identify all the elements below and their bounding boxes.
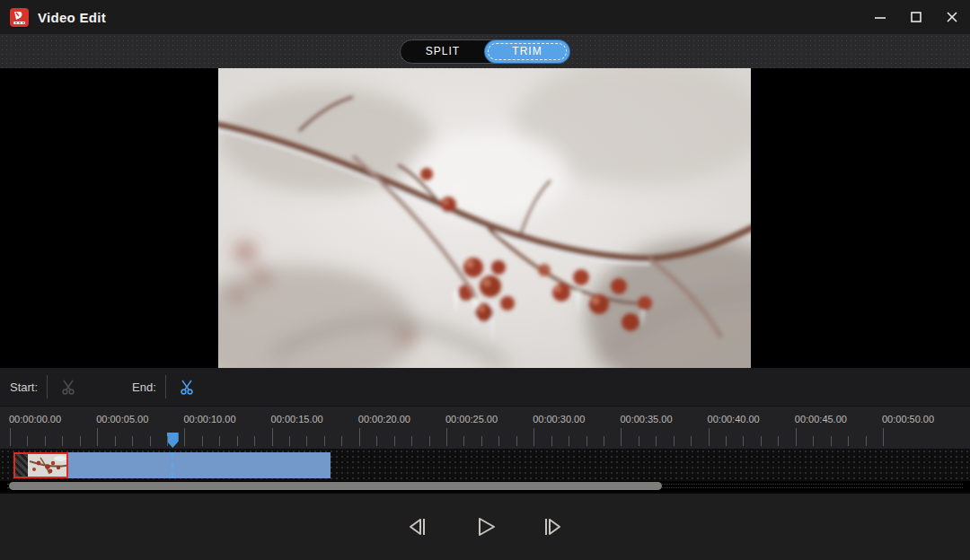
transport-controls	[0, 494, 970, 560]
ruler-tick	[534, 428, 534, 446]
trim-selection-region[interactable]	[68, 452, 331, 478]
maximize-icon	[910, 11, 922, 23]
next-frame-icon	[540, 513, 567, 540]
previous-frame-icon	[403, 513, 430, 540]
ruler-tick	[639, 436, 639, 446]
ruler-timestamp: 00:00:10.00	[183, 414, 235, 424]
ruler-tick	[115, 436, 116, 446]
ruler-tick	[219, 436, 220, 446]
titlebar: Video Edit	[0, 0, 970, 34]
ruler-tick	[726, 436, 727, 446]
play-button[interactable]	[471, 512, 499, 541]
end-label: End:	[132, 381, 156, 394]
ruler-tick	[62, 436, 63, 446]
clip-thumbnail-image	[28, 454, 66, 477]
split-trim-toggle: SPLIT TRIM	[400, 39, 570, 64]
ruler-tick	[498, 436, 499, 446]
ruler-tick	[97, 428, 98, 446]
ruler-tick	[866, 436, 867, 446]
next-frame-button[interactable]	[539, 512, 568, 541]
close-button[interactable]	[934, 0, 970, 34]
scissors-icon-active	[178, 378, 196, 396]
ruler-tick	[604, 436, 604, 446]
ruler-timestamp: 00:00:35.00	[620, 414, 672, 424]
ruler-tick	[674, 436, 675, 446]
ruler-tick	[883, 428, 884, 446]
ruler-tick	[446, 428, 447, 446]
ruler-timestamp: 00:00:00.00	[9, 414, 61, 424]
playhead-line	[172, 452, 173, 478]
scissors-icon	[59, 378, 77, 396]
ruler-tick	[831, 436, 832, 446]
trimmed-out-hatch	[15, 454, 28, 477]
ruler-tick	[341, 436, 342, 446]
ruler-tick	[551, 436, 552, 446]
ruler-tick	[656, 436, 657, 446]
ruler-tick	[743, 436, 744, 446]
tab-trim[interactable]: TRIM	[485, 40, 569, 63]
set-end-cut-button[interactable]	[175, 375, 198, 398]
mode-tab-band: SPLIT TRIM	[0, 34, 970, 68]
ruler-timestamp: 00:00:50.00	[882, 414, 934, 424]
ruler-tick	[237, 436, 238, 446]
maximize-button[interactable]	[898, 0, 934, 34]
close-icon	[946, 11, 958, 23]
footer-bar: OK	[0, 492, 970, 560]
ruler-tick	[184, 428, 185, 446]
minimize-icon	[874, 11, 886, 23]
divider	[165, 375, 166, 398]
ruler-tick	[621, 428, 622, 446]
ruler-tick	[150, 436, 151, 446]
preview-area: Zoom in/Zoom out slider	[0, 68, 970, 368]
ruler-tick	[27, 436, 28, 446]
ruler-tick	[778, 436, 779, 446]
playhead-marker[interactable]	[167, 433, 179, 448]
clip-track[interactable]	[0, 449, 970, 481]
scrollbar-thumb[interactable]	[9, 482, 662, 490]
clip-thumbnail[interactable]	[13, 452, 68, 478]
ruler-tick	[463, 436, 464, 446]
ruler-timestamp: 00:00:15.00	[271, 414, 323, 424]
divider	[47, 375, 48, 398]
ruler-timestamp: 00:00:05.00	[96, 414, 148, 424]
ruler-tick	[45, 436, 46, 446]
previous-frame-button[interactable]	[402, 512, 431, 541]
ruler-timestamp: 00:00:40.00	[708, 414, 760, 424]
ruler-tick	[80, 436, 81, 446]
ruler-tick	[569, 436, 569, 446]
ruler-tick	[691, 436, 692, 446]
minimize-button[interactable]	[862, 0, 898, 34]
ruler-tick	[709, 428, 710, 446]
ruler-tick	[10, 428, 11, 446]
ruler-tick	[359, 428, 360, 446]
app-logo-icon	[10, 8, 29, 27]
ruler-tick	[272, 428, 273, 446]
tab-split[interactable]: SPLIT	[401, 40, 485, 63]
ruler-tick	[202, 436, 203, 446]
video-preview-frame	[218, 68, 751, 368]
ruler-tick	[411, 436, 412, 446]
ruler-tick	[848, 436, 849, 446]
ruler-timestamp: 00:00:45.00	[795, 414, 847, 424]
window-title: Video Edit	[38, 10, 106, 25]
ruler-tick	[796, 428, 797, 446]
ruler-tick	[586, 436, 587, 446]
ruler-tick	[306, 436, 307, 446]
trim-toolbar: Start: End: − +	[0, 368, 970, 406]
start-label: Start:	[10, 381, 38, 394]
set-start-cut-button[interactable]	[57, 375, 80, 398]
play-icon	[472, 513, 498, 540]
timeline-scrollbar[interactable]	[0, 482, 970, 490]
ruler-tick	[167, 436, 168, 446]
window-controls	[862, 0, 970, 34]
ruler-timestamp: 00:00:30.00	[533, 414, 585, 424]
ruler-tick	[481, 436, 482, 446]
ruler-tick	[289, 436, 290, 446]
ruler-timestamp: 00:00:20.00	[358, 414, 410, 424]
timeline-ruler[interactable]: 00:00:00.0000:00:05.0000:00:10.0000:00:1…	[0, 406, 970, 449]
video-edit-window: Video Edit SPLIT TRIM	[0, 0, 970, 560]
ruler-timestamp: 00:00:25.00	[445, 414, 498, 424]
ruler-tick	[813, 436, 814, 446]
ruler-tick	[429, 436, 430, 446]
ruler-tick	[132, 436, 133, 446]
